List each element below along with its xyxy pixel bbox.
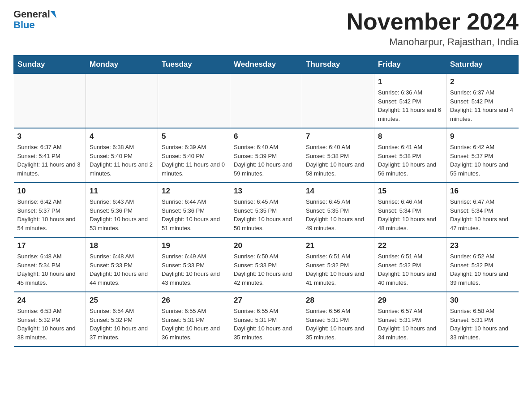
calendar-cell: 30Sunrise: 6:58 AMSunset: 5:31 PMDayligh… (446, 292, 519, 347)
day-info: Sunrise: 6:50 AMSunset: 5:33 PMDaylight:… (234, 252, 298, 287)
calendar-cell: 22Sunrise: 6:51 AMSunset: 5:32 PMDayligh… (374, 237, 446, 292)
day-number: 19 (162, 241, 226, 250)
calendar-cell: 8Sunrise: 6:41 AMSunset: 5:38 PMDaylight… (374, 128, 446, 183)
day-info: Sunrise: 6:48 AMSunset: 5:34 PMDaylight:… (17, 252, 82, 287)
day-info: Sunrise: 6:55 AMSunset: 5:31 PMDaylight:… (234, 307, 298, 342)
day-info: Sunrise: 6:51 AMSunset: 5:32 PMDaylight:… (378, 252, 442, 287)
page-header: General Blue November 2024 Manoharpur, R… (13, 9, 519, 48)
day-info: Sunrise: 6:56 AMSunset: 5:31 PMDaylight:… (306, 307, 370, 342)
calendar-cell: 17Sunrise: 6:48 AMSunset: 5:34 PMDayligh… (14, 237, 86, 292)
day-number: 24 (17, 296, 82, 305)
calendar-cell: 6Sunrise: 6:40 AMSunset: 5:39 PMDaylight… (230, 128, 302, 183)
day-info: Sunrise: 6:45 AMSunset: 5:35 PMDaylight:… (234, 197, 298, 232)
weekday-header-row: SundayMondayTuesdayWednesdayThursdayFrid… (14, 56, 519, 74)
day-number: 13 (234, 187, 298, 196)
calendar-cell: 19Sunrise: 6:49 AMSunset: 5:33 PMDayligh… (158, 237, 230, 292)
calendar-cell: 26Sunrise: 6:55 AMSunset: 5:31 PMDayligh… (158, 292, 230, 347)
day-number: 28 (306, 296, 370, 305)
weekday-header-sunday: Sunday (14, 56, 86, 74)
day-info: Sunrise: 6:57 AMSunset: 5:31 PMDaylight:… (378, 307, 442, 342)
day-info: Sunrise: 6:42 AMSunset: 5:37 PMDaylight:… (17, 197, 82, 232)
day-info: Sunrise: 6:53 AMSunset: 5:32 PMDaylight:… (17, 307, 82, 342)
calendar-cell: 18Sunrise: 6:48 AMSunset: 5:33 PMDayligh… (86, 237, 158, 292)
day-number: 17 (17, 241, 82, 250)
day-info: Sunrise: 6:37 AMSunset: 5:42 PMDaylight:… (450, 88, 515, 123)
day-info: Sunrise: 6:58 AMSunset: 5:31 PMDaylight:… (450, 307, 515, 342)
day-number: 27 (234, 296, 298, 305)
day-info: Sunrise: 6:48 AMSunset: 5:33 PMDaylight:… (90, 252, 154, 287)
calendar-cell (158, 74, 230, 128)
location-title: Manoharpur, Rajasthan, India (347, 36, 519, 48)
calendar-week-row: 1Sunrise: 6:36 AMSunset: 5:42 PMDaylight… (14, 74, 519, 128)
calendar-table: SundayMondayTuesdayWednesdayThursdayFrid… (13, 55, 519, 347)
logo-blue-text: Blue (13, 19, 35, 30)
day-number: 4 (90, 132, 154, 141)
day-info: Sunrise: 6:45 AMSunset: 5:35 PMDaylight:… (306, 197, 370, 232)
calendar-cell: 24Sunrise: 6:53 AMSunset: 5:32 PMDayligh… (14, 292, 86, 347)
day-number: 7 (306, 132, 370, 141)
calendar-cell (14, 74, 86, 128)
calendar-cell: 27Sunrise: 6:55 AMSunset: 5:31 PMDayligh… (230, 292, 302, 347)
day-number: 11 (90, 187, 154, 196)
day-number: 14 (306, 187, 370, 196)
day-number: 22 (378, 241, 442, 250)
day-info: Sunrise: 6:47 AMSunset: 5:34 PMDaylight:… (450, 197, 515, 232)
day-number: 26 (162, 296, 226, 305)
day-info: Sunrise: 6:40 AMSunset: 5:38 PMDaylight:… (306, 143, 370, 178)
logo-text: General (13, 9, 56, 20)
day-number: 3 (17, 132, 82, 141)
day-number: 5 (162, 132, 226, 141)
day-info: Sunrise: 6:36 AMSunset: 5:42 PMDaylight:… (378, 88, 442, 123)
day-info: Sunrise: 6:51 AMSunset: 5:32 PMDaylight:… (306, 252, 370, 287)
logo: General Blue (13, 9, 56, 30)
day-info: Sunrise: 6:41 AMSunset: 5:38 PMDaylight:… (378, 143, 442, 178)
day-number: 12 (162, 187, 226, 196)
calendar-cell: 25Sunrise: 6:54 AMSunset: 5:32 PMDayligh… (86, 292, 158, 347)
calendar-week-row: 24Sunrise: 6:53 AMSunset: 5:32 PMDayligh… (14, 292, 519, 347)
day-number: 2 (450, 77, 515, 86)
calendar-cell: 28Sunrise: 6:56 AMSunset: 5:31 PMDayligh… (302, 292, 374, 347)
calendar-cell: 16Sunrise: 6:47 AMSunset: 5:34 PMDayligh… (446, 183, 519, 237)
day-info: Sunrise: 6:42 AMSunset: 5:37 PMDaylight:… (450, 143, 515, 178)
calendar-cell: 13Sunrise: 6:45 AMSunset: 5:35 PMDayligh… (230, 183, 302, 237)
day-number: 16 (450, 187, 515, 196)
weekday-header-monday: Monday (86, 56, 158, 74)
calendar-cell: 12Sunrise: 6:44 AMSunset: 5:36 PMDayligh… (158, 183, 230, 237)
day-info: Sunrise: 6:39 AMSunset: 5:40 PMDaylight:… (162, 143, 226, 178)
day-number: 15 (378, 187, 442, 196)
day-info: Sunrise: 6:54 AMSunset: 5:32 PMDaylight:… (90, 307, 154, 342)
day-info: Sunrise: 6:55 AMSunset: 5:31 PMDaylight:… (162, 307, 226, 342)
calendar-cell: 4Sunrise: 6:38 AMSunset: 5:40 PMDaylight… (86, 128, 158, 183)
calendar-week-row: 3Sunrise: 6:37 AMSunset: 5:41 PMDaylight… (14, 128, 519, 183)
calendar-cell: 23Sunrise: 6:52 AMSunset: 5:32 PMDayligh… (446, 237, 519, 292)
day-number: 20 (234, 241, 298, 250)
day-info: Sunrise: 6:52 AMSunset: 5:32 PMDaylight:… (450, 252, 515, 287)
day-number: 29 (378, 296, 442, 305)
calendar-cell: 3Sunrise: 6:37 AMSunset: 5:41 PMDaylight… (14, 128, 86, 183)
day-number: 21 (306, 241, 370, 250)
calendar-cell (302, 74, 374, 128)
day-number: 30 (450, 296, 515, 305)
calendar-cell (86, 74, 158, 128)
calendar-week-row: 10Sunrise: 6:42 AMSunset: 5:37 PMDayligh… (14, 183, 519, 237)
day-number: 25 (90, 296, 154, 305)
weekday-header-thursday: Thursday (302, 56, 374, 74)
day-number: 9 (450, 132, 515, 141)
weekday-header-wednesday: Wednesday (230, 56, 302, 74)
calendar-cell: 5Sunrise: 6:39 AMSunset: 5:40 PMDaylight… (158, 128, 230, 183)
calendar-cell: 2Sunrise: 6:37 AMSunset: 5:42 PMDaylight… (446, 74, 519, 128)
calendar-cell: 9Sunrise: 6:42 AMSunset: 5:37 PMDaylight… (446, 128, 519, 183)
day-number: 23 (450, 241, 515, 250)
day-info: Sunrise: 6:40 AMSunset: 5:39 PMDaylight:… (234, 143, 298, 178)
calendar-cell: 21Sunrise: 6:51 AMSunset: 5:32 PMDayligh… (302, 237, 374, 292)
day-number: 6 (234, 132, 298, 141)
calendar-week-row: 17Sunrise: 6:48 AMSunset: 5:34 PMDayligh… (14, 237, 519, 292)
calendar-cell: 29Sunrise: 6:57 AMSunset: 5:31 PMDayligh… (374, 292, 446, 347)
weekday-header-tuesday: Tuesday (158, 56, 230, 74)
day-number: 1 (378, 77, 442, 86)
calendar-cell (230, 74, 302, 128)
day-info: Sunrise: 6:43 AMSunset: 5:36 PMDaylight:… (90, 197, 154, 232)
calendar-cell: 1Sunrise: 6:36 AMSunset: 5:42 PMDaylight… (374, 74, 446, 128)
calendar-cell: 10Sunrise: 6:42 AMSunset: 5:37 PMDayligh… (14, 183, 86, 237)
day-info: Sunrise: 6:46 AMSunset: 5:34 PMDaylight:… (378, 197, 442, 232)
